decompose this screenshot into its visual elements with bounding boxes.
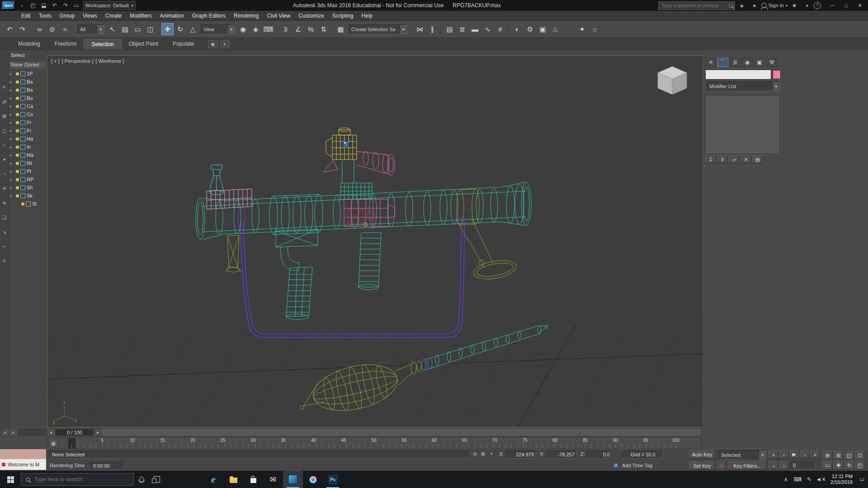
search-input[interactable] [660, 2, 727, 9]
select-and-scale-icon[interactable]: △ [187, 23, 199, 35]
chrome-app-icon[interactable] [303, 471, 323, 488]
taskbar-clock[interactable]: 12:11 PM 2/15/2018 [830, 474, 853, 485]
save-file-icon[interactable]: ⬓ [39, 1, 49, 10]
list-item[interactable]: In [9, 143, 47, 151]
infocenter-search[interactable] [658, 1, 735, 10]
filter-cameras-icon[interactable]: ◔ [0, 170, 9, 178]
reference-coordinate-combo[interactable]: View ▾ [201, 24, 235, 34]
ribbon-tab[interactable]: Populate [165, 39, 201, 49]
menu-item[interactable]: Tools [35, 11, 56, 21]
separator-dock-icon[interactable]: ✦ [576, 23, 588, 35]
scroll-left-icon[interactable]: ◂ [1, 429, 9, 436]
visibility-bulb-icon[interactable] [16, 97, 19, 100]
show-end-result-icon[interactable]: ‖ [717, 155, 728, 164]
filter-lights-icon[interactable]: ✦ [0, 155, 9, 164]
expand-arrow-icon[interactable] [10, 96, 14, 100]
zoom-extents-all-icon[interactable]: ⊡ [855, 450, 865, 460]
menu-item[interactable]: Rendering [230, 11, 263, 21]
play-icon[interactable]: ▶ [789, 450, 799, 459]
visibility-bulb-icon[interactable] [16, 154, 19, 157]
list-item[interactable]: Pl [9, 167, 47, 175]
visibility-bulb-icon[interactable] [21, 202, 24, 206]
help-button[interactable]: ? [814, 2, 821, 9]
display-tab[interactable]: ▣ [754, 58, 765, 67]
visibility-bulb-icon[interactable] [16, 113, 19, 116]
absolute-mode-icon[interactable]: ⌖ [490, 451, 493, 457]
object-color-swatch[interactable] [773, 70, 781, 79]
panel-splitter[interactable] [783, 56, 784, 427]
rectangular-region-icon[interactable]: ▭ [132, 23, 144, 35]
volume-muted-icon[interactable]: ◄✕ [815, 471, 827, 488]
search-icon[interactable] [729, 4, 733, 8]
photoshop-app-icon[interactable]: Ps [323, 471, 343, 488]
filter-helpers-icon[interactable]: ✛ [0, 184, 9, 192]
perspective-viewport[interactable]: [ + ] [ Perspective ] [ Wireframe ] [47, 55, 703, 427]
hierarchy-tab[interactable]: ≣ [730, 58, 741, 67]
list-item[interactable]: Co [9, 110, 47, 118]
orbit-icon[interactable]: ↻ [844, 460, 854, 470]
visibility-bulb-icon[interactable] [16, 105, 19, 108]
list-item[interactable]: Ma [9, 151, 47, 159]
previous-key-icon[interactable]: ‹ [769, 461, 778, 470]
modifier-list-dropdown[interactable]: Modifier List ▾ [707, 81, 780, 91]
expand-arrow-icon[interactable] [10, 169, 14, 174]
next-frame-icon[interactable]: › [800, 450, 810, 459]
visibility-bulb-icon[interactable] [16, 89, 19, 92]
menu-item[interactable]: Customize [294, 11, 328, 21]
layer-manager-icon[interactable]: ≣ [456, 23, 468, 35]
visibility-bulb-icon[interactable] [16, 137, 19, 141]
favorites-icon[interactable]: ★ [750, 1, 760, 10]
new-scene-icon[interactable]: ▫ [17, 1, 27, 10]
use-pivot-center-icon[interactable]: ◉ [237, 23, 249, 35]
set-key-button[interactable]: Set Key [689, 461, 715, 470]
list-item[interactable]: Bu [9, 94, 47, 102]
named-selection-sets-combo[interactable]: Create Selection Se ▾ [349, 24, 407, 34]
expand-arrow-icon[interactable] [10, 186, 14, 190]
mini-curve-editor-icon[interactable]: ▦ [48, 439, 58, 448]
sign-in-button[interactable]: Sign In ▾ [761, 3, 788, 8]
list-item[interactable]: Sl [9, 200, 47, 208]
x-coordinate-field[interactable]: 224.979 [506, 450, 536, 459]
list-item[interactable]: 1P [9, 70, 47, 78]
mirror-icon[interactable]: ⋈ [414, 23, 426, 35]
visibility-bulb-icon[interactable] [16, 162, 19, 165]
next-frame-arrow[interactable]: ▸ [94, 428, 102, 436]
ribbon-panel-icon[interactable]: ▣ [208, 40, 218, 48]
mail-app-icon[interactable]: ✉ [263, 471, 283, 488]
maximize-button[interactable]: □ [840, 1, 853, 10]
workspace-selector[interactable]: Workspace: Default ▾ [83, 1, 136, 10]
list-item[interactable]: Sk [9, 192, 47, 200]
select-by-name-icon[interactable]: ▤ [119, 23, 131, 35]
workspace-tool-icon[interactable]: ⌂ [589, 23, 601, 35]
filter-warps-icon[interactable]: ≋ [0, 199, 9, 207]
project-folder-icon[interactable]: ▭ [71, 1, 81, 10]
expand-arrow-icon[interactable] [10, 178, 14, 182]
hidden-icons-chevron[interactable]: ∧ [780, 471, 792, 488]
undo-icon[interactable]: ↶ [50, 1, 60, 10]
select-and-rotate-icon[interactable]: ↻ [174, 23, 186, 35]
store-app-icon[interactable] [243, 471, 263, 488]
menu-item[interactable]: Group [56, 11, 79, 21]
material-editor-icon[interactable]: ◐ [511, 23, 524, 35]
key-filters-button[interactable]: Key Filters... [728, 461, 767, 470]
zoom-extents-icon[interactable]: ◱ [844, 450, 854, 460]
expand-arrow-icon[interactable] [10, 161, 14, 165]
viewport-pov-menu[interactable]: [ Perspective ] [62, 58, 94, 64]
list-item[interactable]: Ba [9, 86, 47, 94]
ribbon-toggle-icon[interactable]: ▬ [469, 23, 481, 35]
3dsmax-app-icon[interactable] [283, 471, 303, 488]
explorer-settings-icon[interactable]: ≡ [0, 257, 9, 265]
list-item[interactable]: Fr [9, 127, 47, 135]
file-explorer-app-icon[interactable] [223, 471, 243, 488]
list-item[interactable]: Sh [9, 183, 47, 192]
y-coordinate-field[interactable]: -78.257 [547, 450, 577, 459]
object-name-field[interactable] [705, 70, 771, 80]
z-coordinate-field[interactable]: 0.0 [587, 450, 612, 459]
add-time-tag[interactable]: Add Time Tag [622, 463, 652, 468]
expand-arrow-icon[interactable] [10, 137, 14, 141]
scrollbar-track[interactable] [18, 429, 46, 436]
notification-center-button[interactable]: ▭ [856, 471, 868, 488]
curve-editor-icon[interactable]: ∿ [481, 23, 494, 35]
list-item[interactable]: Mi [9, 159, 47, 167]
key-mode-combo[interactable]: Selected ▾ [718, 450, 766, 460]
